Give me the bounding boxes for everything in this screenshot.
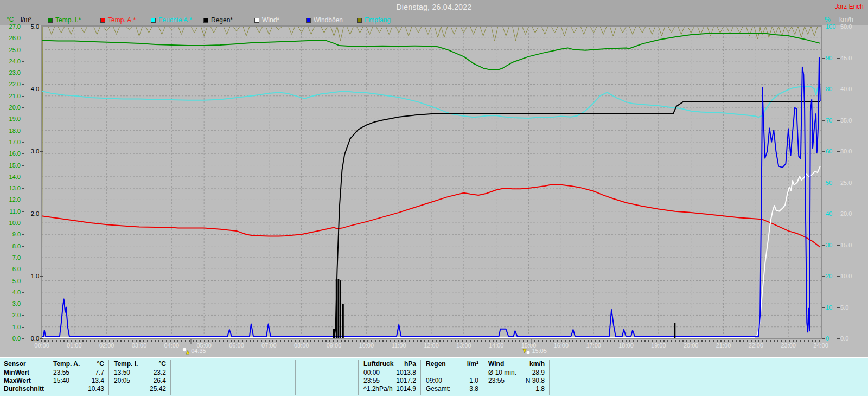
- column-divider: [48, 360, 48, 395]
- axis-tick: [822, 245, 825, 246]
- axis-tick: [22, 107, 24, 108]
- x-axis-baseline: [41, 340, 822, 342]
- rain-interval-bar: [337, 279, 339, 338]
- marker-time: 04:35: [191, 348, 206, 354]
- x-axis-label: 02:00: [95, 342, 119, 349]
- axis-tick: [22, 315, 24, 316]
- stats-column-tempa: Temp. A.°C23:557.715:4013.410.43: [48, 358, 108, 396]
- stat-value: 1.0: [469, 377, 478, 385]
- x-axis-label: 14:00: [484, 342, 508, 349]
- stat-time: 13:50: [114, 369, 130, 377]
- axis-tick: [822, 276, 825, 277]
- axis-tick: [22, 119, 24, 119]
- legend-swatch-icon: [357, 18, 362, 23]
- axis-unit-lm2: l/m²: [21, 16, 31, 23]
- column-divider: [549, 360, 550, 395]
- rain-interval-bar: [674, 323, 675, 338]
- axis-tick: [22, 38, 24, 38]
- axis-tick: [22, 84, 24, 85]
- column-header: Temp. I.: [114, 360, 138, 368]
- legend-item-tempa: Temp. A.*: [100, 16, 136, 23]
- c-axis-label: 20.0: [1, 104, 21, 111]
- axis-tick: [837, 338, 840, 339]
- axis-tick: [22, 327, 24, 328]
- lm2-axis-label: 4.0: [23, 86, 39, 92]
- c-axis-label: 23.0: [1, 69, 21, 76]
- legend-label: Empfang: [365, 16, 391, 24]
- series-empfang: [42, 27, 820, 338]
- axis-tick: [22, 258, 24, 258]
- axis-tick: [822, 338, 825, 339]
- x-axis-label: 00:00: [30, 342, 54, 349]
- marker-time: 15:05: [532, 348, 547, 354]
- stat-value: 25.42: [150, 385, 166, 393]
- column-divider: [108, 360, 109, 395]
- stat-time: Gesamt:: [426, 385, 450, 393]
- x-axis-label: 17:00: [582, 342, 605, 349]
- kmh-axis-label: 30.0: [840, 148, 858, 155]
- stats-row-label: MinWert: [4, 369, 29, 377]
- rain-interval-bar: [340, 280, 341, 338]
- c-axis-label: 1.0: [1, 324, 21, 330]
- column-header: Luftdruck: [363, 360, 393, 368]
- rain-interval-bar: [336, 279, 337, 338]
- stat-value: 1014.9: [396, 385, 416, 393]
- x-axis-label: 10:00: [354, 342, 378, 349]
- kmh-axis-label: 10.0: [840, 273, 858, 279]
- legend-item-feuchtea: Feuchte A.*: [151, 16, 192, 23]
- x-axis-label: 12:00: [419, 342, 443, 349]
- column-header: Temp. A.: [53, 360, 80, 368]
- c-axis-label: 17.0: [1, 139, 21, 145]
- kmh-axis-label: 5.0: [840, 304, 858, 311]
- stat-time: 23:55: [488, 377, 505, 385]
- axis-tick: [22, 96, 24, 97]
- stat-value: 23.2: [154, 369, 166, 377]
- x-axis-label: 13:00: [452, 342, 476, 349]
- legend-item-empfang: Empfang: [357, 16, 391, 23]
- x-axis-label: 18:00: [614, 342, 638, 349]
- c-axis-label: 15.0: [1, 162, 21, 169]
- axis-tick: [22, 131, 24, 131]
- axis-tick: [22, 188, 24, 189]
- x-axis-label: 01:00: [62, 342, 86, 349]
- c-axis-label: 6.0: [1, 266, 21, 272]
- legend-item-windböen: Windböen: [306, 16, 343, 23]
- column-divider: [170, 360, 171, 395]
- weather-day-chart-window: Dienstag, 26.04.2022 Jarz Erich °C l/m² …: [0, 0, 868, 398]
- c-axis-label: 5.0: [1, 278, 21, 284]
- axis-tick: [822, 151, 825, 152]
- axis-tick: [822, 120, 825, 121]
- axis-tick: [822, 307, 825, 308]
- axis-tick: [40, 276, 43, 277]
- plot-area: [41, 25, 822, 339]
- x-axis-label: 07:00: [257, 342, 281, 349]
- axis-tick: [822, 214, 825, 214]
- c-axis-label: 10.0: [1, 220, 21, 226]
- column-unit: l/m²: [467, 360, 478, 368]
- c-axis-label: 24.0: [1, 58, 21, 65]
- axis-tick: [22, 177, 24, 177]
- stat-value: 10.43: [88, 385, 104, 393]
- stat-value: 3.8: [469, 385, 478, 393]
- stats-column-tempi: Temp. I.°C13:5023.220:0526.425.42: [108, 358, 170, 396]
- x-axis-label: 08:00: [290, 342, 314, 349]
- axis-tick: [837, 183, 840, 183]
- axis-tick: [837, 276, 840, 277]
- x-axis-label: 11:00: [387, 342, 411, 349]
- stat-time: 23:55: [363, 377, 380, 385]
- c-axis-label: 18.0: [1, 127, 21, 134]
- stats-column-empty: [233, 358, 295, 396]
- legend-swatch-icon: [203, 18, 208, 23]
- sun-down-icon: [522, 347, 531, 355]
- legend-swatch-icon: [100, 18, 105, 23]
- axis-tick: [837, 58, 840, 59]
- stat-time: 15:40: [53, 377, 69, 385]
- stats-row-label: MaxWert: [4, 377, 31, 385]
- legend-swatch-icon: [151, 18, 156, 23]
- column-header: Regen: [426, 360, 446, 368]
- stats-column-luftdruck: LuftdruckhPa00:001013.823:551017.2^1.2hP…: [358, 358, 420, 396]
- axis-tick: [22, 234, 24, 235]
- series-tempa: [42, 185, 820, 247]
- c-axis-label: 8.0: [1, 243, 21, 249]
- legend-item-wind: Wind*: [254, 16, 279, 23]
